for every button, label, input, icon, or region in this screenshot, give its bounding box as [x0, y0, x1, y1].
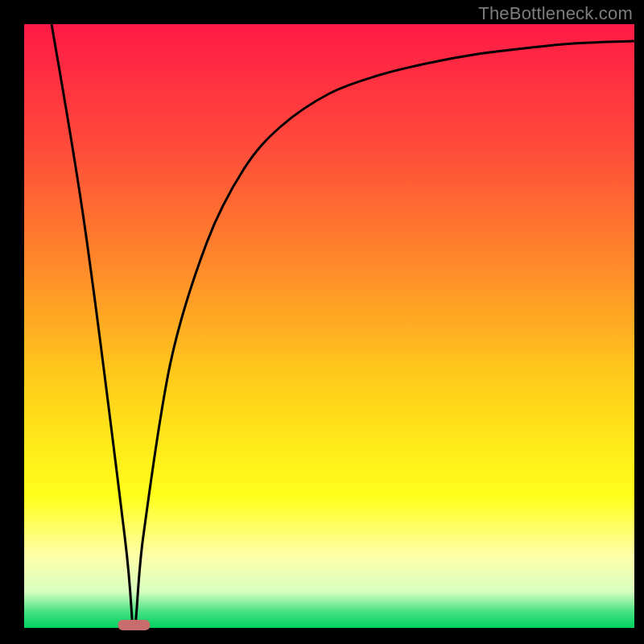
attribution-text: TheBottleneck.com [478, 3, 633, 24]
optimal-marker [118, 620, 150, 630]
chart-frame: { "attribution": "TheBottleneck.com", "c… [0, 0, 644, 644]
plot-background [24, 24, 634, 628]
bottleneck-chart [0, 0, 644, 644]
